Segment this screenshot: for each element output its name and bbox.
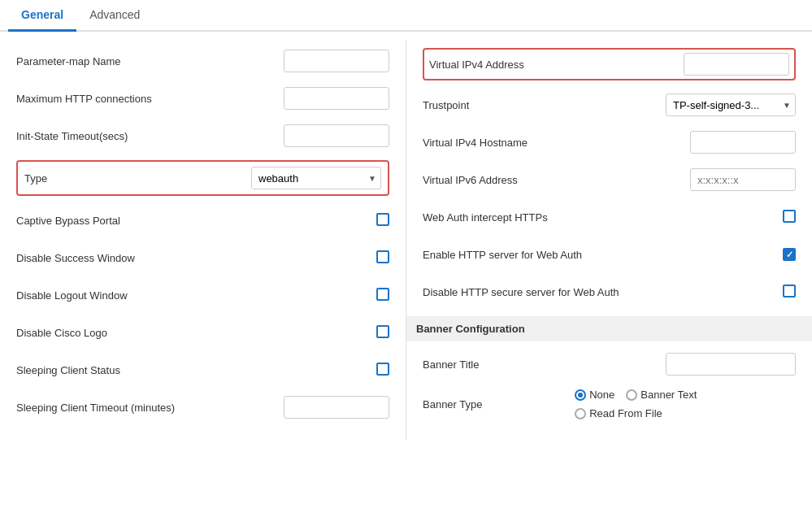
- disable-logout-window-checkbox[interactable]: [376, 288, 389, 301]
- tab-general[interactable]: General: [8, 0, 76, 32]
- param-map-name-label: Parameter-map Name: [16, 55, 284, 67]
- banner-type-none-radio[interactable]: [575, 389, 586, 401]
- banner-type-read-from-file-label: Read From File: [589, 407, 662, 419]
- init-state-timeout-input[interactable]: 120: [284, 124, 389, 147]
- banner-type-banner-text-option[interactable]: Banner Text: [626, 389, 697, 401]
- type-select[interactable]: webauth consent authbypass: [251, 167, 381, 189]
- max-http-connections-row: Maximum HTTP connections 100: [16, 85, 389, 111]
- banner-type-banner-text-radio[interactable]: [626, 389, 637, 401]
- disable-http-secure-server-row: Disable HTTP secure server for Web Auth: [423, 279, 796, 305]
- init-state-timeout-control: 120: [284, 124, 389, 147]
- banner-type-none-option[interactable]: None: [575, 389, 614, 401]
- disable-success-window-control: [376, 250, 389, 266]
- sleeping-client-status-label: Sleeping Client Status: [16, 364, 376, 376]
- right-panel: Virtual IPv4 Address 192.0.2.1 Trustpoin…: [406, 40, 812, 440]
- banner-title-control: [666, 353, 796, 376]
- captive-bypass-portal-checkbox[interactable]: [376, 213, 389, 226]
- virtual-ipv6-address-input[interactable]: [690, 168, 796, 191]
- tab-advanced[interactable]: Advanced: [76, 0, 153, 32]
- param-map-name-row: Parameter-map Name global: [16, 48, 389, 74]
- init-state-timeout-label: Init-State Timeout(secs): [16, 130, 284, 142]
- disable-logout-window-row: Disable Logout Window: [16, 282, 389, 308]
- banner-title-label: Banner Title: [423, 358, 666, 371]
- enable-http-server-label: Enable HTTP server for Web Auth: [423, 249, 783, 261]
- banner-type-banner-text-label: Banner Text: [640, 389, 697, 401]
- disable-http-secure-server-control: [783, 285, 796, 300]
- virtual-ipv4-address-label: Virtual IPv4 Address: [429, 59, 684, 71]
- sleeping-client-status-control: [376, 363, 389, 378]
- sleeping-client-timeout-label: Sleeping Client Timeout (minutes): [16, 402, 284, 414]
- trustpoint-row: Trustpoint TP-self-signed-3... ▼: [423, 92, 796, 118]
- web-auth-intercept-https-checkbox[interactable]: [783, 210, 796, 223]
- virtual-ipv4-hostname-input[interactable]: [690, 131, 796, 154]
- virtual-ipv6-address-label: Virtual IPv6 Address: [423, 174, 690, 186]
- max-http-connections-control: 100: [284, 87, 389, 110]
- disable-cisco-logo-checkbox[interactable]: [376, 325, 389, 338]
- type-row: Type webauth consent authbypass ▼: [24, 165, 381, 191]
- type-row-highlighted: Type webauth consent authbypass ▼: [16, 160, 389, 196]
- disable-logout-window-control: [376, 288, 389, 303]
- trustpoint-label: Trustpoint: [423, 99, 666, 111]
- max-http-connections-label: Maximum HTTP connections: [16, 93, 284, 105]
- main-content: Parameter-map Name global Maximum HTTP c…: [0, 32, 812, 448]
- captive-bypass-portal-label: Captive Bypass Portal: [16, 215, 376, 227]
- param-map-name-input[interactable]: global: [284, 50, 389, 72]
- web-auth-intercept-https-row: Web Auth intercept HTTPs: [423, 204, 796, 230]
- virtual-ipv4-address-input[interactable]: 192.0.2.1: [684, 53, 789, 76]
- enable-http-server-checkbox[interactable]: [783, 248, 796, 261]
- virtual-ipv6-address-control: [690, 168, 796, 191]
- virtual-ipv6-address-row: Virtual IPv6 Address: [423, 167, 796, 193]
- sleeping-client-timeout-row: Sleeping Client Timeout (minutes) 720: [16, 394, 389, 420]
- virtual-ipv4-address-control: 192.0.2.1: [684, 53, 789, 76]
- disable-logout-window-label: Disable Logout Window: [16, 289, 376, 302]
- disable-success-window-label: Disable Success Window: [16, 252, 376, 264]
- banner-type-read-from-file-option[interactable]: Read From File: [575, 407, 796, 419]
- virtual-ipv4-address-row-highlighted: Virtual IPv4 Address 192.0.2.1: [423, 48, 796, 80]
- sleeping-client-timeout-input[interactable]: 720: [284, 396, 389, 419]
- web-auth-intercept-https-label: Web Auth intercept HTTPs: [423, 211, 783, 224]
- max-http-connections-input[interactable]: 100: [284, 87, 389, 110]
- disable-http-secure-server-checkbox[interactable]: [783, 285, 796, 298]
- banner-type-row: Banner Type None Banner Text Read From F…: [423, 389, 796, 419]
- trustpoint-select[interactable]: TP-self-signed-3...: [666, 93, 796, 116]
- disable-success-window-checkbox[interactable]: [376, 250, 389, 263]
- banner-title-input[interactable]: [666, 353, 796, 376]
- enable-http-server-row: Enable HTTP server for Web Auth: [423, 241, 796, 267]
- banner-type-none-label: None: [589, 389, 614, 401]
- captive-bypass-portal-row: Captive Bypass Portal: [16, 207, 389, 233]
- disable-cisco-logo-control: [376, 325, 389, 341]
- disable-cisco-logo-row: Disable Cisco Logo: [16, 319, 389, 345]
- disable-cisco-logo-label: Disable Cisco Logo: [16, 327, 376, 339]
- init-state-timeout-row: Init-State Timeout(secs) 120: [16, 123, 389, 149]
- left-panel: Parameter-map Name global Maximum HTTP c…: [0, 40, 406, 440]
- tabs-bar: General Advanced: [0, 0, 812, 32]
- captive-bypass-portal-control: [376, 213, 389, 228]
- disable-http-secure-server-label: Disable HTTP secure server for Web Auth: [423, 286, 783, 298]
- type-control: webauth consent authbypass ▼: [251, 167, 381, 189]
- sleeping-client-timeout-control: 720: [284, 396, 389, 419]
- banner-config-header: Banner Configuration: [406, 316, 812, 341]
- type-label: Type: [24, 172, 251, 185]
- sleeping-client-status-row: Sleeping Client Status: [16, 357, 389, 383]
- virtual-ipv4-hostname-row: Virtual IPv4 Hostname: [423, 129, 796, 155]
- enable-http-server-control: [783, 248, 796, 262]
- disable-success-window-row: Disable Success Window: [16, 245, 389, 271]
- sleeping-client-status-checkbox[interactable]: [376, 363, 389, 376]
- banner-type-radio-group: None Banner Text Read From File: [575, 389, 796, 419]
- banner-title-row: Banner Title: [423, 351, 796, 377]
- banner-type-label: Banner Type: [423, 398, 575, 411]
- virtual-ipv4-hostname-label: Virtual IPv4 Hostname: [423, 137, 690, 149]
- trustpoint-control: TP-self-signed-3... ▼: [666, 93, 796, 116]
- banner-type-read-from-file-radio[interactable]: [575, 408, 586, 419]
- virtual-ipv4-hostname-control: [690, 131, 796, 154]
- param-map-name-control: global: [284, 50, 389, 72]
- web-auth-intercept-https-control: [783, 210, 796, 225]
